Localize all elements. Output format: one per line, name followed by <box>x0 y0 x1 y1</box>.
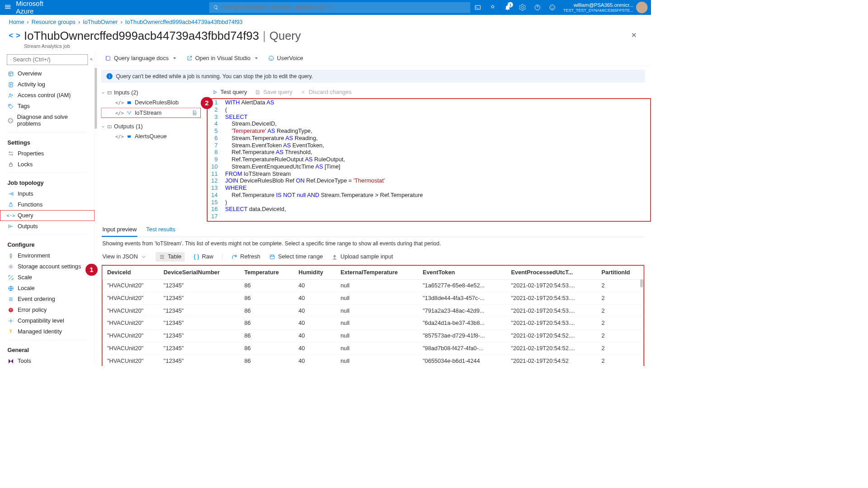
input-item[interactable]: </>IoTStream <box>101 108 201 118</box>
sidebar-item-icon <box>8 150 14 157</box>
sidebar-item[interactable]: Managed Identity <box>0 326 94 337</box>
table-row[interactable]: "HVACUnit20""12345"8640null"791a2a23-48a… <box>103 305 644 317</box>
sidebar-item[interactable]: Activity log <box>0 80 94 90</box>
sidebar-item[interactable]: Scale <box>0 272 94 283</box>
sidebar-item-icon <box>8 328 14 335</box>
breadcrumb-item[interactable]: IoThubOwnercffed999acb44739a43fbbd74f93 <box>125 19 243 26</box>
results-view-toolbar: View in JSON Table { }Raw Refresh Select… <box>102 250 644 265</box>
open-in-vs-link[interactable]: Open in Visual Studio <box>186 55 259 61</box>
group-settings: Settings <box>0 135 94 148</box>
chevron-down-icon <box>141 254 147 260</box>
sidebar-item-label: Properties <box>18 150 44 157</box>
sidebar-item[interactable]: Storage account settings <box>0 261 94 272</box>
sidebar-item[interactable]: Outputs <box>0 221 94 232</box>
breadcrumb: Home›Resource groups›IoThubOwner›IoThubO… <box>0 15 651 26</box>
view-json[interactable]: View in JSON <box>103 253 147 260</box>
sidebar-search[interactable] <box>7 54 88 65</box>
outputs-header[interactable]: Outputs (1) <box>101 122 201 131</box>
global-search[interactable] <box>209 2 471 13</box>
sidebar-item[interactable]: Compatibility level <box>0 315 94 326</box>
sidebar-search-input[interactable] <box>13 56 85 63</box>
feedback-icon[interactable] <box>545 0 560 15</box>
table-row[interactable]: "HVACUnit20""12345"8640null"6da24d1a-be3… <box>103 317 644 330</box>
table-row[interactable]: "HVACUnit20""12345"8640null"13d8de44-4fa… <box>103 292 644 305</box>
breadcrumb-item[interactable]: Resource groups <box>32 19 75 26</box>
sidebar-item[interactable]: <·>Query <box>0 210 94 221</box>
sidebar-item[interactable]: Tags <box>0 101 94 112</box>
breadcrumb-item[interactable]: Home <box>9 19 24 26</box>
group-topology: Job topology <box>0 176 94 189</box>
sidebar-item-icon <box>8 296 14 303</box>
top-bar: Microsoft Azure 1 william@PSA365.onmicr.… <box>0 0 651 15</box>
table-row[interactable]: "HVACUnit20""12345"8640null"1a65277e-65e… <box>103 279 644 292</box>
sidebar-item[interactable]: Locks <box>0 159 94 170</box>
brand-label: Microsoft Azure <box>16 0 69 15</box>
svg-point-15 <box>10 320 11 322</box>
table-header[interactable]: PartitionId <box>597 266 644 279</box>
user-account[interactable]: william@PSA365.onmicr... TEST_TEST_DYNAM… <box>560 0 651 15</box>
sidebar-item-label: Environment <box>18 253 50 259</box>
scrollbar-thumb[interactable] <box>94 68 97 129</box>
sidebar-item[interactable]: Tools <box>0 356 94 366</box>
user-email: william@PSA365.onmicr... <box>563 2 633 8</box>
table-header[interactable]: Humidity <box>294 266 336 279</box>
sidebar-item[interactable]: Functions <box>0 199 94 210</box>
table-header[interactable]: EventToken <box>418 266 507 279</box>
svg-point-8 <box>8 118 13 123</box>
table-row[interactable]: "HVACUnit20""12345"8640null"0655034e-b6d… <box>103 355 644 366</box>
group-general: General <box>0 343 94 356</box>
refresh-button[interactable]: Refresh <box>231 253 260 260</box>
global-search-input[interactable] <box>222 4 466 11</box>
code-icon: </> <box>115 110 124 116</box>
table-header[interactable]: Temperature <box>240 266 294 279</box>
sidebar-item-icon <box>8 285 14 292</box>
view-raw[interactable]: { }Raw <box>193 253 213 260</box>
tab-test-results[interactable]: Test results <box>146 224 176 237</box>
code-editor[interactable]: 1234567891011121314151617 WITH AlertData… <box>208 99 651 221</box>
query-docs-link[interactable]: Query language docs <box>105 55 178 61</box>
sidebar-item-label: Outputs <box>18 223 38 230</box>
upload-sample-input[interactable]: Upload sample input <box>332 253 393 260</box>
table-header[interactable]: ExternalTemperature <box>336 266 418 279</box>
collapse-sidebar-icon[interactable]: « <box>90 56 93 62</box>
input-item[interactable]: </>DeviceRulesBlob <box>101 98 201 108</box>
sidebar-item[interactable]: Error policy <box>0 305 94 315</box>
close-icon[interactable]: ✕ <box>631 31 637 39</box>
breadcrumb-item[interactable]: IoThubOwner <box>83 19 118 26</box>
inputs-header[interactable]: Inputs (2) <box>101 88 201 98</box>
sidebar-item[interactable]: Inputs <box>0 188 94 199</box>
directories-icon[interactable] <box>485 0 500 15</box>
sidebar-item[interactable]: Event ordering <box>0 294 94 305</box>
uservoice-link[interactable]: UserVoice <box>268 55 303 61</box>
notifications-icon[interactable]: 1 <box>500 0 515 15</box>
select-time-range[interactable]: Select time range <box>269 253 323 260</box>
cloud-shell-icon[interactable] <box>470 0 485 15</box>
table-row[interactable]: "HVACUnit20""12345"8640null"857573ae-d72… <box>103 329 644 342</box>
sidebar-item-label: Diagnose and solve problems <box>17 114 87 127</box>
table-row[interactable]: "HVACUnit20""12345"8640null"98ad7b08-f42… <box>103 342 644 355</box>
table-header[interactable]: EventProcessedUtcT... <box>506 266 597 279</box>
sidebar-item[interactable]: Locale <box>0 283 94 294</box>
code-icon: </> <box>115 134 124 139</box>
document-icon <box>192 110 198 116</box>
table-header[interactable]: DeviceId <box>103 266 159 279</box>
sidebar-item[interactable]: Access control (IAM) <box>0 90 94 101</box>
discard-changes-button: Discard changes <box>301 89 352 96</box>
test-query-button[interactable]: Test query <box>212 89 247 96</box>
sidebar-item[interactable]: Overview <box>0 69 94 80</box>
sidebar-item-icon <box>8 92 14 99</box>
hamburger-icon[interactable] <box>4 3 12 12</box>
scrollbar-thumb[interactable] <box>640 279 643 287</box>
results-tabs: Input preview Test results <box>102 224 644 237</box>
sidebar-item[interactable]: Diagnose and solve problems <box>0 112 94 130</box>
group-configure: Configure <box>0 238 94 251</box>
sidebar-item[interactable]: Environment <box>0 250 94 261</box>
table-header[interactable]: DeviceSerialNumber <box>159 266 240 279</box>
output-item[interactable]: </>AlertsQueue <box>101 131 201 142</box>
view-table[interactable]: Table <box>156 252 185 262</box>
sidebar-item[interactable]: Properties <box>0 148 94 159</box>
help-icon[interactable] <box>530 0 545 15</box>
tab-input-preview[interactable]: Input preview <box>102 224 137 237</box>
settings-icon[interactable] <box>515 0 530 15</box>
sidebar-item-label: Error policy <box>18 307 47 314</box>
